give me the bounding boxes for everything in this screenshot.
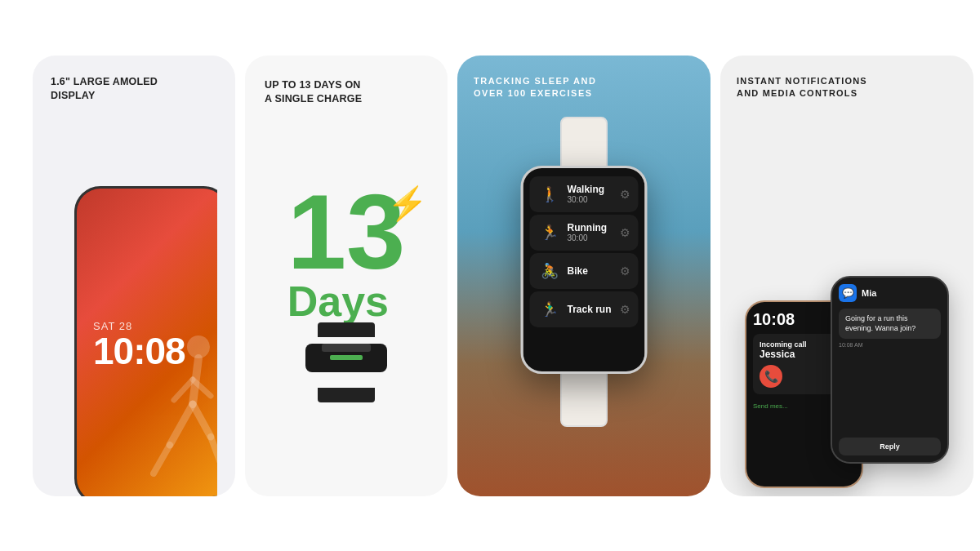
- panel-notifications: INSTANT NOTIFICATIONS AND MEDIA CONTROLS…: [720, 56, 973, 496]
- watch-display-container: SAT 28 10:08: [51, 153, 217, 496]
- watch-notification-message: 💬 Mia Going for a run this evening. Wann…: [831, 276, 949, 464]
- exercise-item-track-run: 🏃‍♂️ Track run ⚙: [530, 291, 639, 327]
- band-strap-top: [318, 322, 375, 337]
- message-app-icon: 💬: [839, 284, 857, 302]
- running-gear-icon: ⚙: [620, 226, 630, 239]
- walking-icon: 🚶: [538, 183, 561, 206]
- lightning-icon: ⚡: [387, 187, 428, 220]
- message-bubble: Going for a run this evening. Wanna join…: [839, 309, 941, 339]
- track-run-icon: 🏃‍♂️: [538, 298, 561, 321]
- exercise-item-running: 🏃 Running 30:00 ⚙: [530, 215, 639, 251]
- panel-battery: UP TO 13 DAYS ON A SINGLE CHARGE 13 ⚡ Da…: [245, 56, 448, 496]
- panel-exercises: TRACKING SLEEP AND OVER 100 EXERCISES 🚶 …: [457, 56, 710, 496]
- band-body: [305, 344, 387, 372]
- panels-container: 1.6" LARGE AMOLED DISPLAY: [0, 0, 980, 551]
- svg-line-3: [154, 445, 170, 473]
- svg-line-6: [193, 404, 211, 437]
- running-icon: 🏃: [538, 221, 561, 244]
- bike-icon: 🚴: [538, 260, 561, 282]
- reply-button[interactable]: Reply: [839, 438, 941, 455]
- walking-gear-icon: ⚙: [620, 188, 630, 201]
- panel-exercises-label: TRACKING SLEEP AND OVER 100 EXERCISES: [474, 75, 694, 100]
- svg-line-2: [170, 404, 193, 445]
- svg-line-7: [211, 437, 217, 469]
- message-screen: 💬 Mia Going for a run this evening. Wann…: [832, 278, 947, 462]
- message-sender: Mia: [862, 288, 876, 298]
- track-run-gear-icon: ⚙: [620, 303, 630, 316]
- watch-time-display: SAT 28 10:08: [93, 320, 185, 370]
- message-time: 10:08 AM: [839, 342, 941, 348]
- panel-battery-label: UP TO 13 DAYS ON A SINGLE CHARGE: [265, 78, 362, 107]
- exercise-item-bike: 🚴 Bike ⚙: [530, 253, 639, 289]
- watch-screen-bg: SAT 28 10:08: [77, 189, 217, 496]
- message-text: Going for a run this evening. Wanna join…: [845, 313, 934, 334]
- call-button[interactable]: 📞: [760, 365, 782, 388]
- bike-gear-icon: ⚙: [620, 264, 630, 278]
- watch-time: 10:08: [93, 332, 185, 370]
- message-header: 💬 Mia: [839, 284, 941, 302]
- track-run-label: Track run: [568, 304, 613, 315]
- battery-content: 13 ⚡ Days: [265, 107, 428, 496]
- panel-display-label: 1.6" LARGE AMOLED DISPLAY: [51, 75, 217, 104]
- watch-exercise-screen: 🚶 Walking 30:00 ⚙ 🏃 Running 30:00: [523, 168, 645, 371]
- band-strap-bottom: [318, 388, 375, 402]
- watch-band-mockup: [289, 334, 403, 391]
- watches-duo: 10:08 Incoming call Jessica 📞 Send mes..…: [737, 100, 957, 495]
- panel-display: 1.6" LARGE AMOLED DISPLAY: [33, 56, 235, 496]
- panel-notifications-label: INSTANT NOTIFICATIONS AND MEDIA CONTROLS: [737, 75, 957, 100]
- days-number: 13 ⚡: [287, 179, 406, 285]
- exercise-item-walking: 🚶 Walking 30:00 ⚙: [530, 176, 639, 212]
- watch-phone-mockup: SAT 28 10:08: [74, 186, 217, 496]
